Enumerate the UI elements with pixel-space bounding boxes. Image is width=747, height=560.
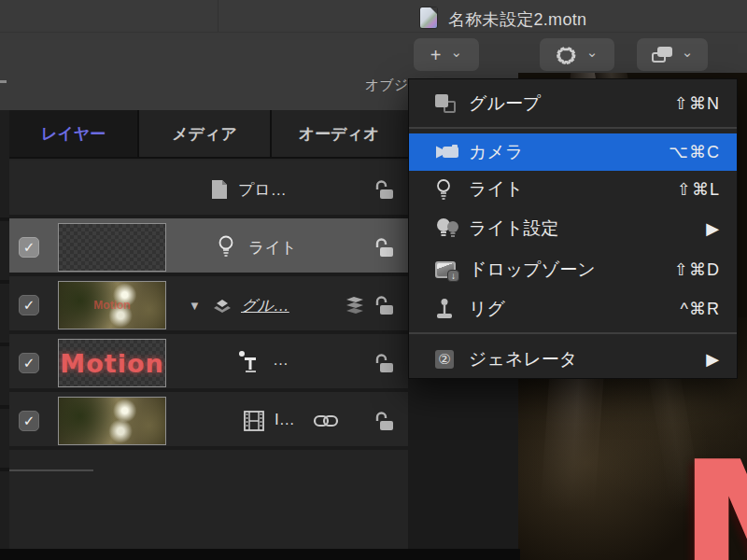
thumbnail-text: Motion [93,299,130,312]
menu-item-generator[interactable]: ② ジェネレータ ▶ [409,339,737,380]
document-icon [211,179,228,200]
stacked-windows-icon [652,47,672,63]
layer-name: プロ… [238,179,287,201]
gutter-tick [0,217,9,221]
layer-thumbnail: Motion [58,339,166,387]
link-icon[interactable] [313,413,339,428]
visibility-checkbox[interactable]: ✓ [19,295,39,315]
text-layer-icon [237,350,258,374]
layer-thumbnail [58,397,166,445]
camera-icon [435,145,459,160]
gutter-tick [0,468,9,471]
plus-icon: + [430,46,442,64]
light-bulb-icon [217,234,235,259]
window-edge-tick [0,80,7,83]
gear-icon [557,45,577,65]
menu-shortcut: ^⌘R [681,299,720,319]
menu-item-dropzone[interactable]: ↓ ドロップゾーン ⇧⌘D [409,249,737,290]
settings-button[interactable]: ⌄ [540,38,614,71]
tab-media[interactable]: メディア [139,110,272,157]
menu-item-camera[interactable]: カメラ ⌥⌘C [409,133,737,171]
tab-layers[interactable]: レイヤー [9,110,139,157]
menu-separator [409,332,737,334]
light-bulb-icon [435,178,452,201]
view-layout-button[interactable]: ⌄ [637,38,708,71]
motion-app-window: 名称未設定2.motn + ⌄ ⌄ ⌄ オブジ M [0,0,747,560]
submenu-arrow-icon: ▶ [706,349,720,370]
menu-item-group[interactable]: グループ ⇧⌘N [409,85,737,122]
menu-item-label: ライト設定 [469,217,706,241]
panel-footer-strip [0,549,520,560]
menu-item-label: カメラ [469,140,669,164]
disclosure-triangle[interactable]: ▼ [189,299,201,313]
menu-shortcut: ⇧⌘L [677,179,720,200]
dropzone-icon: ↓ [435,261,456,278]
group-icon [435,94,456,113]
lock-open-icon[interactable] [373,410,395,432]
layer-name: … [273,351,289,370]
visibility-checkbox[interactable]: ✓ [19,411,39,431]
chevron-down-icon: ⌄ [682,44,694,61]
menu-item-light-settings[interactable]: ライト設定 ▶ [409,208,737,249]
chrome-seam [218,0,218,32]
canvas-title-letter: M [677,437,747,560]
rig-joystick-icon [435,298,454,320]
menu-shortcut: ⇧⌘D [674,259,720,280]
multi-layer-stack-icon [343,295,367,315]
menu-item-label: リグ [469,297,681,321]
add-object-button[interactable]: + ⌄ [414,38,479,71]
menu-item-label: グループ [469,91,674,116]
film-strip-icon [243,410,265,432]
tab-audio[interactable]: オーディオ [272,110,406,157]
layer-row-movie[interactable]: ✓ I… [9,392,408,450]
document-file-icon [419,7,438,29]
layers-panel: レイヤー メディア オーディオ プロ… ✓ [9,110,408,551]
panel-scroll-hint [9,469,93,471]
panel-tab-bar: レイヤー メディア オーディオ [9,110,408,159]
layer-row-text[interactable]: ✓ Motion … [9,334,408,392]
light-settings-icon [435,217,461,241]
generator-icon: ② [435,350,454,369]
layer-name: ライト [248,237,297,259]
chevron-down-icon: ⌄ [586,44,599,61]
lock-open-icon[interactable] [373,236,395,259]
menu-shortcut: ⇧⌘N [674,93,720,114]
panel-left-gutter [0,110,9,551]
layer-thumbnail [58,223,166,272]
layer-thumbnail: Motion [58,281,166,329]
thumbnail-text: Motion [60,349,163,378]
visibility-checkbox[interactable]: ✓ [19,237,39,258]
layers-icon [211,297,233,314]
layers-list: プロ… ✓ ライト [9,161,408,450]
add-object-menu: グループ ⇧⌘N カメラ ⌥⌘C ライト ⇧⌘ [408,78,738,379]
window-title: 名称未設定2.motn [448,8,586,31]
lock-open-icon[interactable] [373,352,395,374]
menu-item-label: ライト [469,177,677,202]
visibility-checkbox[interactable]: ✓ [19,353,39,373]
menu-item-label: ジェネレータ [469,347,706,371]
layer-row-group[interactable]: ✓ Motion ▼ グル… [9,276,408,334]
layer-row-project[interactable]: プロ… [9,161,408,218]
menu-shortcut: ⌥⌘C [669,142,720,162]
objects-toolbar-label: オブジ [215,77,408,94]
menu-separator [409,127,737,129]
submenu-arrow-icon: ▶ [706,218,720,239]
gutter-tick [0,280,9,284]
layer-name: グル… [241,295,289,316]
menu-item-label: ドロップゾーン [469,258,674,282]
chevron-down-icon: ⌄ [451,44,463,61]
chrome-divider [0,32,747,33]
menu-item-light[interactable]: ライト ⇧⌘L [409,171,737,208]
gutter-tick [0,343,9,346]
gutter-tick [0,405,9,409]
layer-row-light[interactable]: ✓ ライト [9,218,408,276]
lock-open-icon[interactable] [373,294,395,316]
menu-item-rig[interactable]: リグ ^⌘R [409,290,737,328]
layer-name: I… [275,411,295,429]
lock-open-icon[interactable] [373,178,395,201]
